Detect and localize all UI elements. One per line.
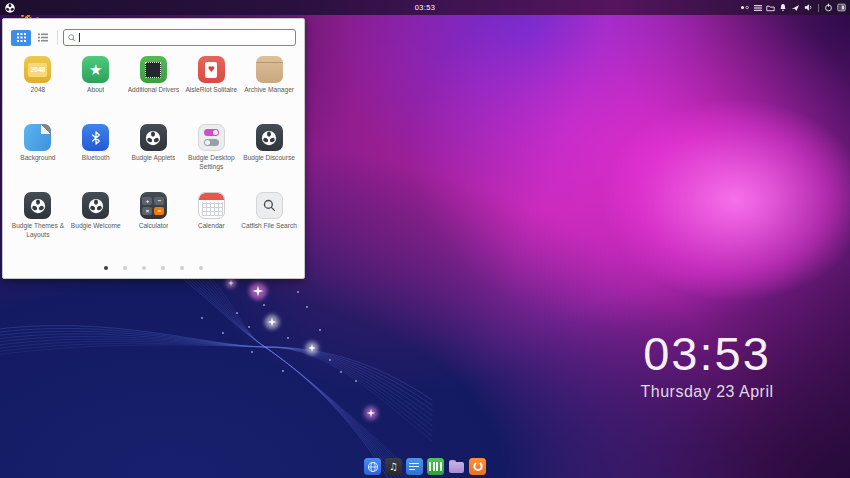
app-label: Catfish File Search <box>241 222 297 231</box>
app-label: Budgie Themes & Layouts <box>10 222 66 240</box>
budgie-logo-icon <box>260 129 278 147</box>
page-dots <box>3 266 304 270</box>
app-item-archive-manager[interactable]: Archive Manager <box>240 56 298 119</box>
top-panel: 03:53 <box>0 0 850 15</box>
app-label: Budgie Applets <box>131 154 175 163</box>
writer-document-dock-item[interactable] <box>406 458 423 475</box>
desktop-clock-date: Thursday 23 April <box>627 383 787 401</box>
desktop: 03:53 <box>0 0 850 478</box>
app-item-background[interactable]: Background <box>9 124 67 187</box>
menu-header <box>3 19 304 46</box>
app-item-bluetooth[interactable]: Bluetooth <box>67 124 125 187</box>
2048-icon: 2048 <box>24 56 51 83</box>
app-label: Budgie Desktop Settings <box>183 154 239 172</box>
calculator-icon: +− ×= <box>140 192 167 219</box>
catfish-file-search-icon <box>256 192 283 219</box>
budgie-welcome-icon <box>82 192 109 219</box>
file-manager-dock-item[interactable] <box>448 458 465 475</box>
app-item-additional-drivers[interactable]: Additional Drivers <box>125 56 183 119</box>
app-item-calculator[interactable]: +− ×=Calculator <box>125 192 183 255</box>
budgie-desktop-settings-icon <box>198 124 225 151</box>
spreadsheet-dock-item[interactable] <box>427 458 444 475</box>
dock: ♫ <box>364 458 486 475</box>
app-label: Bluetooth <box>82 154 110 163</box>
search-input[interactable] <box>83 33 291 42</box>
app-item-budgie-desktop-settings[interactable]: Budgie Desktop Settings <box>182 124 240 187</box>
list-view-button[interactable] <box>33 30 53 46</box>
app-label: Budgie Welcome <box>71 222 121 231</box>
budgie-logo-icon <box>87 197 105 215</box>
app-item-budgie-themes-and-layouts[interactable]: Budgie Themes & Layouts <box>9 192 67 255</box>
page-dot-5[interactable] <box>180 266 184 270</box>
app-item-calendar[interactable]: Calendar <box>182 192 240 255</box>
app-item-about[interactable]: ★About <box>67 56 125 119</box>
page-dot-6[interactable] <box>199 266 203 270</box>
app-label: 2048 <box>31 86 46 95</box>
aisleriot-solitaire-icon: ♥ <box>198 56 225 83</box>
bluetooth-icon <box>82 124 109 151</box>
software-center-dock-item[interactable] <box>469 458 486 475</box>
app-label: Calculator <box>139 222 169 231</box>
page-dot-1[interactable] <box>104 266 108 270</box>
app-item-budgie-welcome[interactable]: Budgie Welcome <box>67 192 125 255</box>
budgie-logo-icon <box>144 129 162 147</box>
desktop-clock-widget: 03:53 Thursday 23 April <box>627 328 787 401</box>
app-item-aisleriot-solitaire[interactable]: ♥AisleRiot Solitaire <box>182 56 240 119</box>
music-player-dock-item[interactable]: ♫ <box>385 458 402 475</box>
panel-clock[interactable]: 03:53 <box>0 3 850 12</box>
budgie-menu-popup: 20482048★AboutAdditional Drivers♥AisleRi… <box>2 18 305 279</box>
app-item-budgie-applets[interactable]: Budgie Applets <box>125 124 183 187</box>
budgie-logo-icon <box>29 197 47 215</box>
web-browser-dock-item[interactable] <box>364 458 381 475</box>
grid-view-icon <box>17 33 26 42</box>
search-icon <box>68 34 76 42</box>
page-dot-2[interactable] <box>123 266 127 270</box>
list-view-icon <box>38 33 48 42</box>
budgie-discourse-icon <box>256 124 283 151</box>
app-label: Archive Manager <box>244 86 294 95</box>
page-dot-4[interactable] <box>161 266 165 270</box>
text-caret <box>79 33 80 42</box>
about-icon: ★ <box>82 56 109 83</box>
app-label: Background <box>20 154 55 163</box>
header-separator <box>57 30 58 45</box>
background-icon <box>24 124 51 151</box>
grid-view-button[interactable] <box>11 30 31 46</box>
search-box[interactable] <box>63 29 296 46</box>
desktop-clock-time: 03:53 <box>627 328 787 380</box>
app-label: About <box>87 86 104 95</box>
budgie-applets-icon <box>140 124 167 151</box>
app-label: Budgie Discourse <box>243 154 295 163</box>
app-label: Calendar <box>198 222 225 231</box>
budgie-themes-and-layouts-icon <box>24 192 51 219</box>
app-grid: 20482048★AboutAdditional Drivers♥AisleRi… <box>3 46 304 255</box>
app-item-budgie-discourse[interactable]: Budgie Discourse <box>240 124 298 187</box>
app-label: AisleRiot Solitaire <box>185 86 237 95</box>
app-item-2048[interactable]: 20482048 <box>9 56 67 119</box>
app-item-catfish-file-search[interactable]: Catfish File Search <box>240 192 298 255</box>
additional-drivers-icon <box>140 56 167 83</box>
app-label: Additional Drivers <box>128 86 180 95</box>
archive-manager-icon <box>256 56 283 83</box>
calendar-icon <box>198 192 225 219</box>
page-dot-3[interactable] <box>142 266 146 270</box>
